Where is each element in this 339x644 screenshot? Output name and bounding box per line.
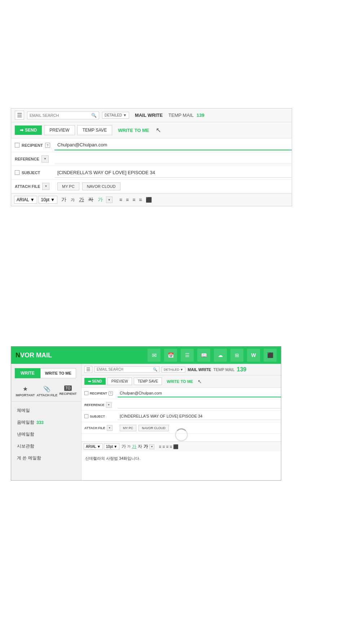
content-size-select[interactable]: 10pt ▼ [104,444,119,450]
c-align-center-icon[interactable]: ≡ [162,444,165,449]
c-char-colored[interactable]: 가 [132,444,136,450]
action-toolbar: ➡ SEND PREVIEW TEMP SAVE WRITE TO ME ↖ [11,122,292,138]
align-center-icon[interactable]: ≡ [125,196,130,203]
hamburger-menu-button[interactable]: ☰ [15,111,24,120]
char-small[interactable]: 가 [70,197,76,203]
search-input[interactable] [30,113,91,118]
c-char-format-dropdown[interactable]: ▼ [149,444,154,449]
subject-checkbox[interactable] [15,170,19,175]
navor-cloud-button[interactable]: NAVOR CLOUD [82,182,120,190]
recipient-input[interactable] [54,140,292,150]
char-normal[interactable]: 가 [60,196,67,203]
text-format-chars: 가 가 가 자 가 ▼ [60,196,113,203]
calendar-icon: 📅 [168,352,174,358]
sidebar-item-chemail[interactable]: 체메일 [11,405,81,416]
c-align-left-icon[interactable]: ≡ [159,444,161,449]
sidebar-recipient-action[interactable]: TO RECIPIENT [59,385,76,397]
content-cursor-indicator: ↖ [198,379,202,384]
content-recipient-input[interactable] [118,389,281,397]
align-right-icon[interactable]: ≡ [131,196,136,203]
content-reference-label: REFERENCE ▼ [82,400,118,410]
content-write-to-me-button[interactable]: WRITE TO ME [164,378,196,385]
temp-save-button[interactable]: TEMP SAVE [77,125,113,135]
reference-dropdown-icon[interactable]: ▼ [41,155,49,163]
content-subject-row: SUBJECT [82,411,281,422]
sidebar-item-eummail[interactable]: 음메일함 333 [11,416,81,428]
content-recipient-checkbox[interactable] [84,391,88,395]
content-hamburger-button[interactable]: ☰ [84,366,92,373]
content-reference-dropdown[interactable]: ▼ [106,402,112,408]
sidebar-important-action[interactable]: ★ IMPORTANT [16,385,35,397]
content-font-select[interactable]: ARIAL ▼ [84,444,103,450]
book-icon-box[interactable]: 📖 [197,349,210,362]
cloud-icon-box[interactable]: ☁ [214,349,227,362]
recipient-checkbox[interactable] [15,143,19,147]
sidebar-write-button[interactable]: WRITE [15,368,40,378]
font-size-select[interactable]: 10pt ▼ [39,196,57,204]
content-search-box: 🔍 [94,366,159,372]
send-button[interactable]: ➡ SEND [15,125,42,135]
char-underline[interactable]: 가 [78,196,85,203]
top-mail-compose-panel: ☰ 🔍 DETAILED ▼ MAIL WRITE TEMP MAIL 139 … [11,108,292,206]
sidebar-item-sibogwan[interactable]: 시보관함 [11,440,81,452]
more-icon: ⬛ [267,352,273,358]
file-buttons-group: MY PC NAVOR CLOUD [54,180,123,193]
editor-toolbar: ARIAL ▼ 10pt ▼ 가 가 가 자 가 ▼ ≡ ≡ ≡ ≡ ⬛ [11,193,292,206]
reference-input[interactable] [54,154,292,164]
write-to-me-button[interactable]: WRITE TO ME [114,125,153,135]
content-temp-count: 139 [237,366,247,373]
detailed-button[interactable]: DETAILED ▼ [102,112,129,119]
c-char-normal[interactable]: 가 [122,444,126,450]
sidebar-write-to-me-button[interactable]: WRITE TO ME [40,368,76,378]
content-search-input[interactable] [97,367,153,371]
recipient-label: RECIPIENT ? [11,140,54,151]
content-subject-checkbox[interactable] [84,414,88,418]
c-align-right-icon[interactable]: ≡ [166,444,168,449]
cloud-icon: ☁ [218,352,223,358]
content-preview-button[interactable]: PREVIEW [107,378,132,385]
content-chevron-down-icon: ▼ [180,368,183,371]
list-icon-box[interactable]: ☰ [181,349,194,362]
help-icon[interactable]: ? [45,143,50,148]
align-extra-icon[interactable]: ⬛ [145,196,153,203]
c-char-small[interactable]: 가 [127,444,131,449]
char-colored[interactable]: 가 [97,196,104,203]
content-detailed-button[interactable]: DETAILED ▼ [162,367,185,372]
c-align-extra-icon[interactable]: ⬛ [173,444,179,449]
content-subject-input[interactable] [118,413,281,420]
subject-input[interactable] [54,168,292,178]
content-editor-body[interactable]: 신데렐라의 사랑법 34화입니다. [82,451,281,480]
align-justify-icon[interactable]: ≡ [138,196,143,203]
search-icon: 🔍 [91,113,97,118]
grid-icon-box[interactable]: ⊞ [230,349,243,362]
content-temp-save-button[interactable]: TEMP SAVE [134,378,162,385]
sidebar-attach-action[interactable]: 📎 ATTACH FILE [37,385,58,397]
sidebar-important-label: IMPORTANT [16,393,35,397]
header-icons-group: ✉ 📅 ☰ 📖 ☁ ⊞ W ⬛ [148,349,277,362]
book-icon: 📖 [201,352,207,358]
content-reference-input[interactable] [118,401,281,409]
c-char-bold[interactable]: 가 [144,444,148,450]
content-help-icon[interactable]: ? [109,391,113,396]
loading-spinner-wrap [82,428,281,441]
content-reference-row: REFERENCE ▼ [82,399,281,411]
sidebar-item-gessen[interactable]: 게 쓴 메일함 [11,452,81,464]
char-strikethrough[interactable]: 자 [87,196,94,203]
attach-dropdown-icon[interactable]: ▼ [42,183,49,190]
more-icon-box[interactable]: ⬛ [264,349,277,362]
char-format-dropdown[interactable]: ▼ [106,197,113,203]
c-align-justify-icon[interactable]: ≡ [170,444,172,449]
w-icon-box[interactable]: W [247,349,260,362]
content-send-button[interactable]: ➡ SEND [84,378,106,385]
sidebar-item-naemail[interactable]: 낸메일함 [11,428,81,440]
mail-icon-box[interactable]: ✉ [148,349,160,362]
c-char-strikethrough[interactable]: 자 [138,444,142,450]
sidebar: WRITE WRITE TO ME ★ IMPORTANT 📎 ATTACH F… [11,364,82,480]
calendar-icon-box[interactable]: 📅 [164,349,177,362]
reference-row: REFERENCE ▼ [11,152,292,166]
preview-button[interactable]: PREVIEW [44,125,75,135]
content-editor-toolbar: ARIAL ▼ 10pt ▼ 가 가 가 자 가 ▼ ≡ ≡ [82,441,281,451]
my-pc-button[interactable]: MY PC [57,182,79,190]
font-select[interactable]: ARIAL ▼ [14,196,37,204]
align-left-icon[interactable]: ≡ [118,196,123,203]
